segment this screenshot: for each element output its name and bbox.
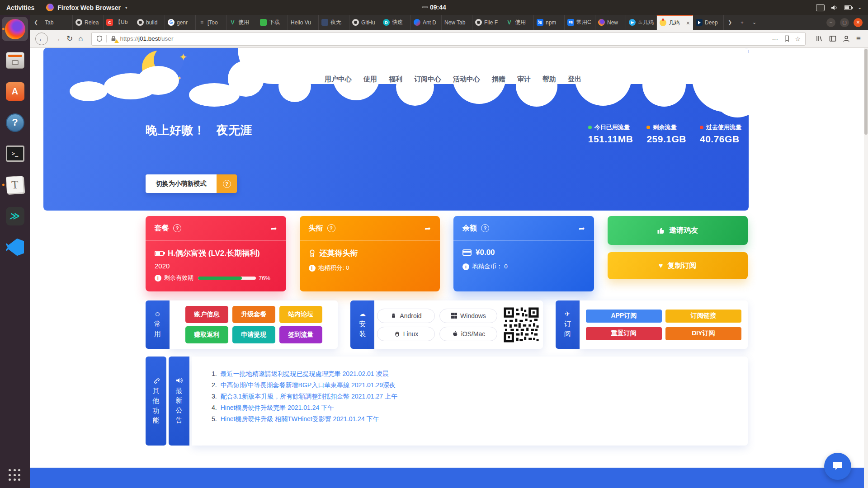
sidebar-icon[interactable] [829,35,836,42]
forum-button[interactable]: 站内论坛 [279,306,322,323]
browser-tab[interactable]: D快速 [380,15,411,30]
activities-button[interactable]: Activities [6,4,34,11]
browser-tab[interactable]: build [134,15,165,30]
dock-item-terminal[interactable]: >_ [2,141,28,166]
announcement-link[interactable]: Hinet機房硬件升級 相關TWHinet受影響 2021.01.24 下午 [221,413,379,425]
dock-item-firefox[interactable] [2,17,28,41]
announcement-link[interactable]: 中高短期/中等長期套餐新增BGP入口華東專線 2021.01.29深夜 [221,380,396,391]
share-arrow-icon[interactable]: ➦ [425,224,431,233]
copy-subscription-button[interactable]: ♥ 复制订阅 [608,252,748,279]
linux-button[interactable]: Linux [377,327,435,341]
dock-item-help[interactable]: ? [2,110,28,135]
browser-tab[interactable]: New [595,15,626,30]
minimize-button[interactable]: – [826,18,835,27]
browser-tab[interactable]: FB常用C [565,15,595,30]
browser-tab[interactable]: Ant D [411,15,442,30]
library-icon[interactable] [816,35,823,42]
dock-item-vscode[interactable] [2,235,28,259]
chevron-down-icon[interactable]: ⌄ [858,5,862,10]
checkin-traffic-button[interactable]: 签到流量 [279,326,322,343]
balance-card[interactable]: 余额 ? ➦ ¥0.00 i地精金币： 0 [453,216,594,291]
browser-tab[interactable]: 夜无 [319,15,349,30]
browser-tab[interactable]: Deep [693,15,724,30]
invite-friends-button[interactable]: 邀请鸡友 [608,216,748,245]
account-info-button[interactable]: 账户信息 [185,306,228,323]
share-arrow-icon[interactable]: ➦ [579,224,585,233]
nav-item-help[interactable]: 帮助 [542,75,556,84]
app-menu[interactable]: Firefox Web Browser ▾ [46,4,127,11]
other-functions-tab[interactable]: 其他功能 [146,357,166,446]
subscribe-link-button[interactable]: 订阅链接 [665,310,741,323]
browser-tab[interactable]: Hello Vu [288,15,319,30]
volume-icon[interactable] [831,5,838,11]
dock-item-remote-app[interactable]: ≫ [2,204,28,228]
dock-item-text-editor[interactable]: T [2,173,28,197]
page-scrollbar[interactable] [864,48,868,488]
help-icon[interactable]: ? [173,224,181,232]
windows-button[interactable]: Windows [439,309,497,323]
earn-rebate-button[interactable]: 赚取返利 [185,326,228,343]
nav-item-subscribe-center[interactable]: 订阅中心 [414,75,441,84]
dock-item-files[interactable] [2,48,28,72]
app-subscribe-button[interactable]: APP订阅 [586,310,662,323]
browser-tab[interactable]: GitHu [349,15,380,30]
account-icon[interactable] [843,35,850,42]
browser-tab[interactable]: Relea [73,15,104,30]
list-all-tabs-button[interactable]: ⌄ [748,15,760,30]
browser-tab[interactable]: V使用 [226,15,257,30]
nav-item-audit[interactable]: 审计 [517,75,531,84]
browser-tab[interactable]: V使用 [503,15,534,30]
back-button[interactable]: ← [35,33,48,45]
forward-button[interactable]: → [53,34,61,43]
nav-item-logout[interactable]: 登出 [568,75,581,84]
bookmark-star-icon[interactable]: ☆ [795,35,801,42]
nav-item-usage[interactable]: 使用 [363,75,377,84]
nav-item-user-center[interactable]: 用户中心 [325,75,352,84]
show-applications-button[interactable] [9,469,21,482]
browser-tab[interactable]: C【Ub [104,15,134,30]
chat-widget-button[interactable] [824,453,851,480]
announcement-link[interactable]: 最近一批地精邀請返利提現已提現處理完畢 2021.02.01 凌晨 [221,368,389,380]
close-window-button[interactable]: ✕ [854,18,863,27]
plan-card[interactable]: 套餐 ? ➦ H.偶尔富强 (LV2.长期福利) 2020 i 剩余有效期 76… [146,216,286,291]
latest-news-tab[interactable]: 最新公告 [169,357,189,446]
withdraw-button[interactable]: 申请提现 [232,326,275,343]
help-icon[interactable]: ? [481,224,489,232]
mode-help-button[interactable]: ? [217,174,237,193]
maximize-button[interactable]: ▢ [840,18,849,27]
nav-item-welfare[interactable]: 福利 [389,75,402,84]
scrollbar-thumb[interactable] [864,49,868,135]
menu-icon[interactable]: ≡ [856,34,861,43]
share-arrow-icon[interactable]: ➦ [271,224,277,233]
announcement-link[interactable]: 配合3.1新版本升級，所有餘額調整到抵扣金幣 2021.01.27 上午 [221,391,397,402]
upgrade-plan-button[interactable]: 升级套餐 [232,306,275,323]
bookmark-ribbon-icon[interactable] [784,35,790,42]
scroll-tabs-left-button[interactable]: ❮ [30,15,42,30]
page-actions-icon[interactable]: ⋯ [772,35,778,42]
browser-tab[interactable]: 下载 [257,15,288,30]
active-tab[interactable]: 几鸡× [657,15,693,30]
browser-tab[interactable]: New Tab [442,15,472,30]
browser-tab[interactable]: ♨几鸡 [626,15,657,30]
help-icon[interactable]: ? [327,224,335,232]
clock[interactable]: 一 09:44 [422,4,446,12]
ios-mac-button[interactable]: iOS/Mac [439,327,497,341]
install-tab[interactable]: ☁ 安装 [350,300,374,349]
battery-icon[interactable] [844,5,852,10]
browser-tab[interactable]: Tab [42,15,73,30]
android-button[interactable]: Android [377,309,435,323]
scroll-tabs-right-button[interactable]: ❯ [724,15,736,30]
honor-card[interactable]: 头衔 ? ➦ 还莫得头衔 i地精积分: 0 [300,216,440,291]
home-button[interactable]: ⌂ [78,34,83,43]
nav-item-donate[interactable]: 捐赠 [492,75,505,84]
diy-subscription-button[interactable]: DIY订阅 [665,327,741,340]
system-tray[interactable]: ⌄ [816,4,862,11]
subscribe-tab[interactable]: ✈ 订阅 [556,300,580,349]
lock-icon[interactable] [110,35,117,42]
browser-tab[interactable]: ≡[Too [196,15,226,30]
keyboard-layout-icon[interactable] [816,4,825,11]
announcement-link[interactable]: Hinet機房硬件升級完畢 2021.01.24 下午 [221,402,334,413]
newbie-mode-switch[interactable]: 切换为小萌新模式 ? [146,174,237,193]
url-bar[interactable]: https://j01.best/user ⋯ ☆ [91,32,806,46]
new-tab-button[interactable]: + [736,15,748,30]
